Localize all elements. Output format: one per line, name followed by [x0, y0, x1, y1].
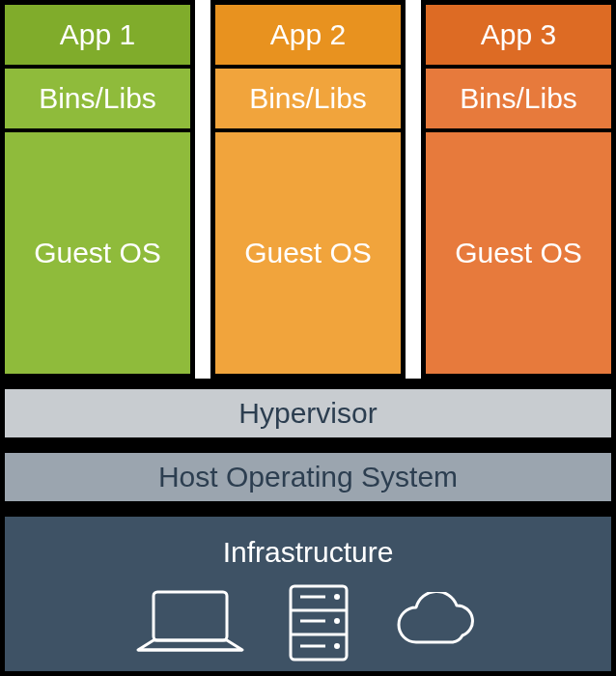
server-icon	[285, 582, 352, 663]
svg-rect-0	[154, 592, 227, 640]
infrastructure-icons	[132, 582, 484, 663]
bins-libs-cell: Bins/Libs	[215, 69, 401, 132]
hypervisor-layer: Hypervisor	[0, 384, 616, 442]
guest-os-cell: Guest OS	[5, 132, 190, 374]
app-cell: App 3	[426, 5, 611, 69]
cloud-icon	[389, 592, 484, 654]
hypervisor-label: Hypervisor	[238, 397, 377, 430]
bins-libs-cell: Bins/Libs	[5, 69, 190, 132]
bins-libs-cell: Bins/Libs	[426, 69, 611, 132]
infrastructure-label: Infrastructure	[223, 536, 394, 569]
vm-column-2: App 2 Bins/Libs Guest OS	[210, 0, 406, 379]
vm-column-3: App 3 Bins/Libs Guest OS	[421, 0, 616, 379]
app-cell: App 2	[215, 5, 401, 69]
app-cell: App 1	[5, 5, 190, 69]
laptop-icon	[132, 586, 248, 660]
infrastructure-layer: Infrastructure	[0, 512, 616, 676]
host-os-label: Host Operating System	[158, 461, 458, 493]
host-os-layer: Host Operating System	[0, 448, 616, 506]
svg-point-10	[334, 643, 340, 649]
vm-columns-row: App 1 Bins/Libs Guest OS App 2 Bins/Libs…	[0, 0, 616, 379]
vm-column-1: App 1 Bins/Libs Guest OS	[0, 0, 195, 379]
svg-point-6	[334, 594, 340, 600]
vm-architecture-diagram: App 1 Bins/Libs Guest OS App 2 Bins/Libs…	[0, 0, 616, 676]
guest-os-cell: Guest OS	[215, 132, 401, 374]
guest-os-cell: Guest OS	[426, 132, 611, 374]
svg-point-8	[334, 618, 340, 624]
